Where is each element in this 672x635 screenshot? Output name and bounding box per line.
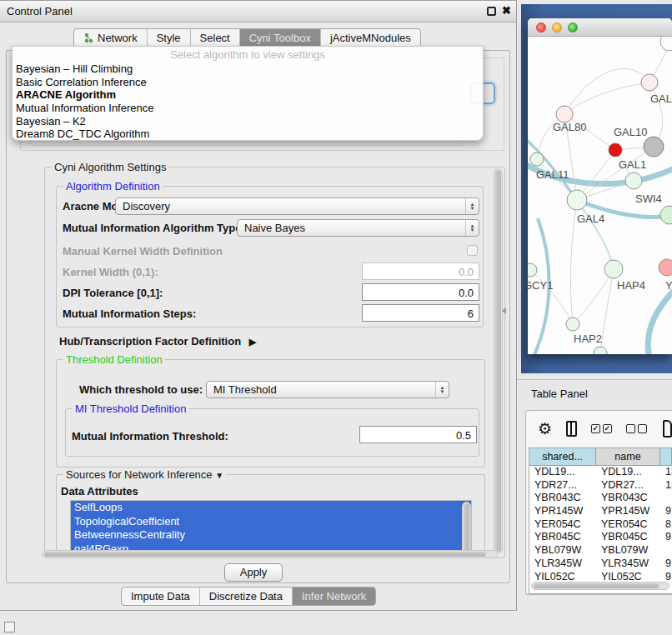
mi-type-combo[interactable]: Naive Bayes ▲▼ bbox=[237, 219, 479, 237]
kernel-width-field[interactable]: 0.0 bbox=[362, 262, 479, 280]
table-hscrollbar[interactable] bbox=[531, 582, 669, 590]
network-edge[interactable] bbox=[648, 285, 672, 354]
aracne-mode-combo[interactable]: Discovery ▲▼ bbox=[115, 198, 479, 215]
network-node-GAL80[interactable] bbox=[556, 106, 573, 122]
table-cell: YBR045C bbox=[596, 531, 660, 544]
menu-item[interactable]: Basic Correlation Inference bbox=[13, 76, 483, 89]
float-panel-corner-icon[interactable] bbox=[4, 622, 15, 632]
network-node-GAL10[interactable] bbox=[644, 137, 664, 157]
network-node-GAL1[interactable] bbox=[625, 172, 642, 189]
threshold-definition-group: Threshold Definition Which threshold to … bbox=[56, 359, 485, 468]
table-panel-bar: Table Panel bbox=[517, 379, 672, 407]
network-node-top-node[interactable] bbox=[660, 37, 672, 51]
splitpane-collapse-arrow[interactable] bbox=[502, 308, 506, 314]
menu-item[interactable]: Bayesian – Hill Climbing bbox=[13, 62, 483, 76]
table-row[interactable]: YBL079WYBL079W bbox=[529, 544, 672, 558]
column-header-partial[interactable] bbox=[660, 448, 672, 465]
menu-item[interactable]: Bayesian – K2 bbox=[13, 115, 483, 128]
network-edge[interactable] bbox=[573, 269, 614, 324]
manual-kernel-label: Manual Kernel Width Definition bbox=[63, 245, 223, 258]
settings-hscrollbar[interactable] bbox=[42, 550, 498, 558]
menu-item[interactable]: Mutual Information Inference bbox=[13, 102, 483, 115]
mi-threshold-field[interactable]: 0.5 bbox=[359, 426, 477, 443]
network-node-HAP2[interactable] bbox=[566, 318, 579, 331]
list-item[interactable]: SelfLoops bbox=[71, 501, 471, 515]
float-panel-icon[interactable] bbox=[487, 7, 496, 16]
network-node-Y-node[interactable] bbox=[659, 259, 672, 276]
settings-scrollbar[interactable] bbox=[494, 168, 503, 553]
table-cell: YDR27... bbox=[596, 479, 660, 492]
mi-type-label: Mutual Information Algorithm Type: bbox=[63, 222, 245, 234]
table-cell: YER054C bbox=[596, 518, 660, 532]
network-edge[interactable] bbox=[564, 68, 649, 114]
table-body: YDL19...YDL19...13YDR27...YDR27...12YBR0… bbox=[529, 466, 672, 583]
tab-impute-data[interactable]: Impute Data bbox=[122, 588, 200, 605]
network-edge[interactable] bbox=[530, 270, 573, 324]
network-node-GAL11[interactable] bbox=[530, 152, 544, 166]
zoom-traffic-light-icon[interactable] bbox=[568, 22, 578, 32]
tab-cyni-toolbox[interactable]: Cyni Toolbox bbox=[240, 29, 321, 47]
network-node-HAP4[interactable] bbox=[604, 260, 623, 278]
network-window-titlebar bbox=[528, 18, 672, 37]
attributes-scrollbar[interactable] bbox=[462, 502, 471, 554]
stepper-arrows-icon: ▲▼ bbox=[435, 382, 449, 398]
menu-item[interactable]: ARACNE Algorithm bbox=[13, 88, 483, 102]
table-row[interactable]: YDR27...YDR27...12 bbox=[529, 479, 672, 492]
tab-style[interactable]: Style bbox=[148, 29, 191, 47]
tab-label: Discretize Data bbox=[209, 590, 283, 602]
network-node-red-node[interactable] bbox=[609, 143, 622, 157]
network-node-GAL4[interactable] bbox=[567, 190, 587, 210]
table-row[interactable]: YBR045CYBR045C9. bbox=[529, 531, 672, 544]
network-edge[interactable] bbox=[570, 200, 577, 324]
tab-label: jActiveMNodules bbox=[330, 32, 411, 44]
tab-infer-network[interactable]: Infer Network bbox=[293, 588, 375, 605]
gear-icon[interactable]: ⚙ bbox=[538, 421, 552, 437]
manual-kernel-checkbox[interactable] bbox=[467, 245, 478, 256]
table-cell: 12 bbox=[660, 479, 672, 492]
hub-definition-toggle[interactable]: Hub/Transcription Factor Definition ▶ bbox=[59, 335, 256, 348]
network-node-GCY1[interactable] bbox=[528, 263, 537, 277]
network-edge[interactable] bbox=[600, 269, 614, 353]
table-cell: 9. bbox=[660, 505, 672, 518]
column-header-name[interactable]: name bbox=[596, 448, 660, 465]
deselect-all-checkboxes-icon[interactable] bbox=[626, 424, 647, 433]
table-cell: 13 bbox=[660, 466, 672, 479]
table-cell: YER054C bbox=[529, 518, 596, 532]
which-threshold-label: Which threshold to use: bbox=[79, 383, 203, 396]
network-node-SWI4[interactable] bbox=[660, 206, 672, 224]
column-header-shared-name[interactable]: shared... bbox=[529, 448, 596, 465]
tab-network[interactable]: Network bbox=[74, 29, 148, 47]
list-item[interactable]: TopologicalCoefficient bbox=[71, 515, 471, 529]
which-threshold-combo[interactable]: MI Threshold ▲▼ bbox=[206, 381, 449, 398]
close-traffic-light-icon[interactable] bbox=[536, 22, 546, 32]
close-icon[interactable]: ✖ bbox=[502, 4, 511, 17]
columns-icon[interactable] bbox=[566, 421, 577, 437]
network-node-GAL[interactable] bbox=[641, 74, 658, 91]
table-header-row: shared... name bbox=[529, 448, 672, 466]
table-row[interactable]: YER054CYER054C8. bbox=[529, 518, 672, 532]
list-item[interactable]: BetweennessCentrality bbox=[71, 528, 471, 542]
table-row[interactable]: YPR145WYPR145W9. bbox=[529, 505, 672, 518]
network-tab-icon bbox=[83, 32, 94, 43]
table-row[interactable]: YBR043CYBR043C bbox=[529, 492, 672, 505]
tab-jactivemnodules[interactable]: jActiveMNodules bbox=[321, 29, 420, 47]
select-all-checkboxes-icon[interactable]: ✓✓ bbox=[591, 424, 612, 433]
tab-select[interactable]: Select bbox=[191, 29, 240, 47]
table-row[interactable]: YLR345WYLR345W9. bbox=[529, 558, 672, 571]
tab-discretize-data[interactable]: Discretize Data bbox=[200, 588, 293, 605]
table-cell: YBR043C bbox=[596, 492, 660, 505]
minimize-traffic-light-icon[interactable] bbox=[552, 22, 562, 32]
network-node-bottom-node[interactable] bbox=[594, 347, 607, 354]
node-label-GAL1: GAL1 bbox=[619, 158, 646, 171]
table-row[interactable]: YDL19...YDL19...13 bbox=[529, 466, 672, 479]
network-canvas[interactable]: GALGAL80GAL10GAL11GAL1SWI4GAL4GCY1HAP4YH… bbox=[528, 37, 672, 354]
apply-button[interactable]: Apply bbox=[224, 563, 283, 582]
document-icon[interactable] bbox=[663, 420, 672, 438]
mi-steps-field[interactable]: 6 bbox=[362, 304, 479, 322]
sources-group-title[interactable]: Sources for Network Inference ▼ bbox=[63, 468, 226, 481]
control-panel-titlebar: Control Panel ✖ bbox=[0, 1, 516, 22]
dpi-tolerance-field[interactable]: 0.0 bbox=[362, 283, 479, 301]
network-edge[interactable] bbox=[564, 82, 649, 114]
data-attributes-list[interactable]: SelfLoops TopologicalCoefficient Between… bbox=[70, 500, 472, 556]
menu-item[interactable]: Dream8 DC_TDC Algorithm bbox=[13, 128, 483, 141]
